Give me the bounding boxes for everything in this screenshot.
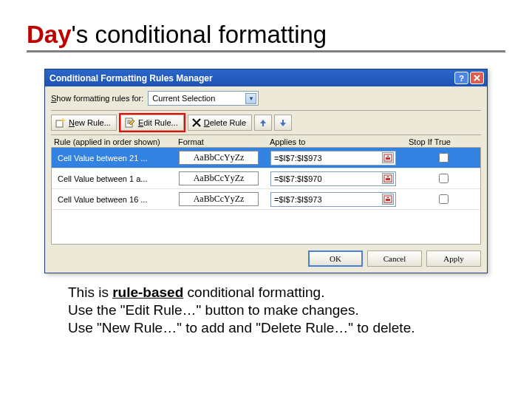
cancel-button[interactable]: Cancel [367, 250, 422, 267]
col-header-stop: Stop If True [409, 137, 481, 146]
caption: This is rule-based conditional formattin… [68, 284, 505, 336]
edit-rule-highlight: Edit Rule... [119, 113, 185, 132]
col-header-format: Format [178, 137, 270, 146]
dialog-title: Conditional Formatting Rules Manager [50, 73, 213, 83]
format-preview: AaBbCcYyZz [179, 192, 259, 206]
ok-button[interactable]: OK [308, 250, 363, 267]
range-selector-icon[interactable] [382, 152, 394, 163]
svg-rect-0 [56, 120, 63, 127]
col-header-rule: Rule (applied in order shown) [54, 137, 178, 146]
svg-rect-7 [386, 199, 390, 201]
show-rules-dropdown[interactable]: Current Selection ▼ [148, 91, 259, 106]
rules-list: Cell Value between 21 ...AaBbCcYyZz=$I$7… [51, 147, 481, 245]
range-selector-icon[interactable] [382, 194, 394, 205]
stop-if-true-checkbox[interactable] [439, 153, 449, 163]
table-row[interactable]: Cell Value between 16 ...AaBbCcYyZz=$I$7… [52, 189, 480, 210]
edit-rule-icon [125, 117, 135, 128]
show-rules-value: Current Selection [152, 94, 215, 103]
show-rules-label: Show formatting rules for: [51, 94, 143, 103]
rule-name: Cell Value between 21 ... [52, 154, 176, 163]
apply-button[interactable]: Apply [426, 250, 481, 267]
svg-rect-5 [386, 178, 390, 180]
close-button[interactable] [470, 72, 484, 84]
rule-name: Cell Value between 16 ... [52, 195, 176, 204]
slide-title: Day's conditional formatting [27, 21, 505, 52]
new-rule-icon [55, 117, 66, 128]
range-selector-icon[interactable] [382, 173, 394, 184]
applies-to-input[interactable]: =$I$7:$I$973 [270, 151, 396, 166]
rule-name: Cell Value between 1 a... [52, 174, 176, 183]
delete-rule-button[interactable]: Delete Rule [188, 115, 253, 131]
format-preview: AaBbCcYyZz [179, 151, 259, 165]
arrow-up-icon [259, 118, 267, 127]
arrow-down-icon [279, 118, 287, 127]
svg-rect-4 [384, 175, 392, 182]
dialog-footer: OK Cancel Apply [51, 245, 481, 267]
help-button[interactable]: ? [454, 72, 468, 84]
toolbar: New Rule... Edit Rule... Delete Rule [51, 110, 481, 135]
title-prefix: Day [27, 21, 72, 48]
move-up-button[interactable] [254, 115, 272, 131]
new-rule-button[interactable]: New Rule... [51, 115, 117, 131]
format-preview: AaBbCcYyZz [179, 171, 259, 185]
col-header-applies: Applies to [270, 137, 409, 146]
column-headers: Rule (applied in order shown) Format App… [51, 135, 481, 147]
svg-rect-1 [126, 118, 132, 127]
chevron-down-icon: ▼ [245, 93, 256, 104]
stop-if-true-checkbox[interactable] [439, 194, 449, 204]
stop-if-true-checkbox[interactable] [439, 174, 449, 183]
svg-rect-6 [384, 196, 392, 202]
edit-rule-button[interactable]: Edit Rule... [120, 115, 184, 131]
applies-to-input[interactable]: =$I$7:$I$973 [270, 192, 396, 207]
applies-to-input[interactable]: =$I$7:$I$970 [270, 171, 396, 186]
rules-manager-dialog: Conditional Formatting Rules Manager ? S… [44, 69, 488, 273]
title-suffix: 's conditional formatting [72, 21, 327, 48]
delete-icon [192, 118, 201, 127]
close-icon [474, 75, 480, 81]
move-down-button[interactable] [274, 115, 292, 131]
titlebar: Conditional Formatting Rules Manager ? [45, 69, 487, 86]
table-row[interactable]: Cell Value between 21 ...AaBbCcYyZz=$I$7… [52, 148, 480, 168]
caption-emphasis: rule-based [112, 284, 183, 300]
svg-rect-3 [386, 157, 390, 160]
table-row[interactable]: Cell Value between 1 a...AaBbCcYyZz=$I$7… [52, 168, 480, 189]
svg-rect-2 [384, 154, 392, 161]
